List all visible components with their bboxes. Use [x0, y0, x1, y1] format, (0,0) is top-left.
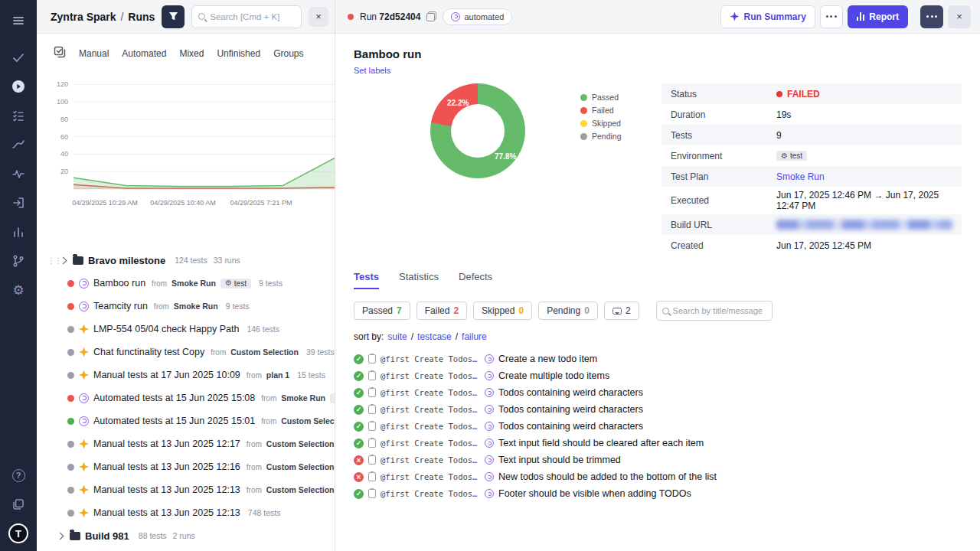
tests-count: 748 tests — [248, 508, 281, 517]
settings-gear-icon[interactable]: ⚙ — [5, 276, 32, 305]
run-title: Bamboo run — [354, 47, 962, 60]
close-panel-button[interactable]: × — [309, 7, 328, 27]
run-type-badge[interactable]: automated — [443, 8, 512, 25]
build-url-link-blurred[interactable] — [776, 220, 952, 230]
test-row[interactable]: ✓@first Create Todos…Todos containing we… — [354, 384, 962, 401]
passed-percent-label: 77.8% — [495, 152, 516, 161]
app-logo[interactable]: T — [8, 523, 28, 543]
close-run-button[interactable]: × — [948, 5, 971, 28]
milestone-tests-count: 124 tests — [175, 256, 207, 265]
run-id-label: Run 72d52404 — [360, 11, 420, 22]
run-list-item[interactable]: Teamcity runfromSmoke Run9 tests — [37, 295, 335, 318]
from-label: from — [261, 417, 276, 425]
run-source: Smoke Run — [174, 302, 218, 311]
tests-check-icon[interactable] — [5, 43, 32, 72]
tests-count: 146 tests — [247, 324, 279, 334]
run-name: Manual tests at 13 Jun 2025 12:13 — [93, 484, 240, 495]
run-list-item[interactable]: Manual tests at 17 Jun 2025 10:09frompla… — [37, 364, 335, 386]
info-label: Environment — [671, 151, 776, 161]
run-overview: 22.2% 77.8% PassedFailedSkippedPending S… — [354, 83, 962, 256]
tests-count: 9 tests — [259, 279, 283, 288]
run-status-dot — [67, 487, 74, 494]
test-row[interactable]: ✓@first Create Todos…Todos containing we… — [354, 401, 962, 418]
svg-text:80: 80 — [60, 116, 68, 123]
runs-tab-manual[interactable]: Manual — [79, 48, 109, 59]
svg-text:100: 100 — [57, 98, 68, 106]
filter-passed-pill[interactable]: Passed7 — [354, 302, 410, 320]
drag-handle-icon[interactable]: ⋮⋮ — [47, 256, 54, 265]
report-button[interactable]: Report — [848, 5, 908, 28]
sort-by-failure[interactable]: failure — [462, 331, 487, 342]
filter-button[interactable] — [162, 5, 185, 28]
comments-filter-pill[interactable]: 2 — [604, 302, 639, 320]
info-row: Duration19s — [662, 104, 962, 125]
run-list-item[interactable]: LMP-554 05/04 check Happy Path146 tests — [37, 318, 335, 341]
from-label: from — [247, 371, 262, 380]
info-row: CreatedJun 17, 2025 12:45 PM — [662, 235, 962, 256]
filter-skipped-pill[interactable]: Skipped0 — [473, 302, 532, 320]
filter-failed-pill[interactable]: Failed2 — [416, 302, 467, 320]
test-row[interactable]: ✓@first Create Todos…Todos containing we… — [354, 418, 962, 435]
analytics-pulse-icon[interactable] — [5, 159, 32, 188]
run-list-item[interactable]: Automated tests at 15 Jun 2025 15:01from… — [37, 409, 335, 432]
test-row[interactable]: ✓@first Create Todos…Text input field sh… — [354, 435, 962, 452]
run-list-item[interactable]: Manual tests at 13 Jun 2025 12:13fromCus… — [37, 478, 335, 501]
build-folder-row[interactable]: Build 981 88 tests2 runs — [37, 524, 335, 547]
filter-label: Passed — [362, 305, 393, 316]
tests-count: 9 tests — [226, 302, 250, 311]
set-labels-link[interactable]: Set labels — [354, 66, 390, 75]
projects-icon[interactable] — [5, 490, 32, 519]
test-row[interactable]: ×@first Create Todos…New todos should be… — [354, 468, 962, 485]
run-name: Bamboo run — [93, 278, 145, 289]
branch-icon[interactable] — [5, 246, 32, 276]
run-list-item[interactable]: Manual tests at 13 Jun 2025 12:16fromCus… — [37, 455, 335, 478]
runs-tab-automated[interactable]: Automated — [122, 48, 166, 59]
more-options-button[interactable] — [820, 5, 843, 28]
from-label: from — [211, 348, 226, 357]
menu-icon[interactable] — [5, 6, 32, 35]
info-label: Tests — [671, 130, 776, 141]
runs-icon[interactable] — [5, 72, 32, 101]
results-list-icon[interactable] — [5, 101, 32, 130]
reports-bar-chart-icon[interactable] — [5, 217, 32, 246]
sort-by-suite[interactable]: suite — [387, 331, 407, 342]
runs-tab-mixed[interactable]: Mixed — [179, 48, 204, 59]
env-badge[interactable]: ⚙test — [776, 151, 807, 161]
run-list-item[interactable]: Bamboo runfromSmoke Run⚙test9 tests — [37, 272, 335, 295]
runs-tab-unfinished[interactable]: Unfinished — [217, 48, 260, 59]
sort-by-testcase[interactable]: testcase — [417, 331, 452, 342]
milestone-row[interactable]: ⋮⋮ Bravo milestone 124 tests33 runs — [37, 249, 335, 272]
tab-tests[interactable]: Tests — [354, 271, 379, 289]
test-suite-path: @first Create Todos… — [381, 472, 480, 481]
run-list-item[interactable]: Manual tests at 13 Jun 2025 12:13748 tes… — [37, 501, 335, 524]
run-list-item[interactable]: Chat functinality test CopyfromCustom Se… — [37, 341, 335, 364]
test-row[interactable]: ×@first Create Todos…Text input should b… — [354, 452, 962, 468]
test-row[interactable]: ✓@first Create Todos…Create a new todo i… — [354, 350, 962, 367]
tests-search-input[interactable] — [673, 306, 766, 315]
tab-statistics[interactable]: Statistics — [399, 271, 439, 289]
copy-icon[interactable] — [426, 11, 436, 21]
runs-filter-tabs: ManualAutomatedMixedUnfinishedGroups — [37, 34, 335, 70]
run-id: 72d52404 — [379, 11, 420, 22]
select-all-checkbox-icon[interactable] — [54, 46, 66, 60]
runs-search-input[interactable] — [210, 12, 295, 21]
test-row[interactable]: ✓@first Create Todos…Footer should be vi… — [354, 485, 962, 502]
tests-count: 39 tests — [306, 347, 335, 357]
testcase-icon — [368, 388, 376, 397]
chevron-icon[interactable] — [57, 532, 64, 540]
help-icon[interactable]: ? — [5, 461, 32, 490]
run-summary-button[interactable]: Run Summary — [720, 5, 815, 28]
tab-defects[interactable]: Defects — [459, 271, 492, 289]
run-name: Manual tests at 13 Jun 2025 12:17 — [93, 439, 240, 449]
run-list-item[interactable]: Manual tests at 13 Jun 2025 12:17fromCus… — [37, 432, 335, 455]
run-name: Automated tests at 15 Jun 2025 15:08 — [93, 393, 255, 403]
test-row[interactable]: ✓@first Create Todos…Create multiple tod… — [354, 367, 962, 384]
runs-tab-groups[interactable]: Groups — [273, 48, 303, 59]
run-list-item[interactable]: Automated tests at 15 Jun 2025 15:08from… — [37, 386, 335, 409]
run-more-button[interactable] — [920, 5, 943, 28]
test-plan-link[interactable]: Smoke Run — [776, 171, 825, 182]
filter-pending-pill[interactable]: Pending0 — [538, 302, 598, 320]
sign-in-icon[interactable] — [5, 188, 32, 217]
trend-chart-icon[interactable] — [5, 130, 32, 159]
manual-icon — [79, 508, 89, 518]
